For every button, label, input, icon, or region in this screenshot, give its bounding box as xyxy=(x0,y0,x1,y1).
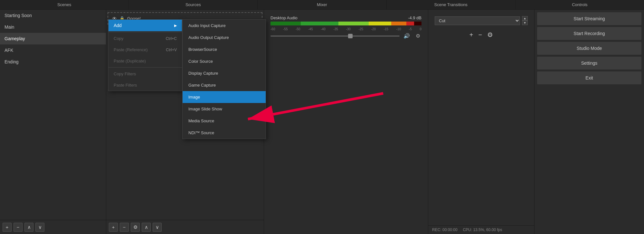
context-menu-paste-filters[interactable]: Paste Filters xyxy=(109,80,182,91)
transition-select-row: Cut ▲ ▼ xyxy=(431,12,532,29)
mixer-panel: Desktop Audio -4.9 dB xyxy=(264,10,428,234)
fader-track[interactable] xyxy=(270,35,400,37)
transition-up-arrow[interactable]: ▲ xyxy=(522,16,528,21)
remove-source-button[interactable]: − xyxy=(120,223,129,232)
scene-item-ending[interactable]: Ending xyxy=(0,56,106,68)
sources-header: Sources xyxy=(129,0,258,9)
start-recording-button[interactable]: Start Recording xyxy=(537,27,641,40)
start-streaming-button[interactable]: Start Streaming xyxy=(537,12,641,25)
settings-button[interactable]: Settings xyxy=(537,57,641,70)
add-scene-button[interactable]: + xyxy=(3,223,12,232)
context-menu-copy[interactable]: Copy Ctrl+C xyxy=(109,33,182,44)
fader-thumb[interactable] xyxy=(348,34,353,38)
source-media[interactable]: Media Source xyxy=(183,115,266,127)
transitions-panel: Cut ▲ ▼ + − ⚙ REC: 00:00:00 CPU: 13.5%, … xyxy=(428,10,535,234)
cpu-status: CPU: 13.5%, 60.00 fps xyxy=(463,228,502,232)
track-label: Desktop Audio xyxy=(270,15,298,20)
context-menu-sep1 xyxy=(109,32,182,32)
source-game-capture[interactable]: Game Capture xyxy=(183,79,266,91)
transition-arrows: ▲ ▼ xyxy=(522,16,528,25)
remove-scene-button[interactable]: − xyxy=(14,223,23,232)
db-value: -4.9 dB xyxy=(408,15,421,20)
fader-row: 🔊 ⚙ xyxy=(270,32,421,40)
mixer-icons: 🔊 ⚙ xyxy=(402,32,421,40)
transition-select[interactable]: Cut xyxy=(435,16,520,25)
mixer-header: Mixer xyxy=(258,0,386,9)
sources-toolbar: + − ⚙ ∧ ∨ xyxy=(106,220,264,234)
add-transition-button[interactable]: + xyxy=(469,31,473,39)
scenes-header: Scenes xyxy=(0,0,129,9)
source-browser[interactable]: BrowserSource xyxy=(183,43,266,55)
transition-down-arrow[interactable]: ▼ xyxy=(522,21,528,25)
remove-transition-button[interactable]: − xyxy=(478,31,482,39)
exit-button[interactable]: Exit xyxy=(537,71,641,84)
main-row: Starting Soon Main Gameplay AFK Ending +… xyxy=(0,10,644,234)
context-menu-paste-dup[interactable]: Paste (Duplicate) xyxy=(109,55,182,67)
mixer-track-header: Desktop Audio -4.9 dB xyxy=(270,15,421,20)
audio-settings-button[interactable]: ⚙ xyxy=(414,32,421,40)
move-scene-up-button[interactable]: ∧ xyxy=(24,223,33,232)
context-menu-copy-filters[interactable]: Copy Filters xyxy=(109,68,182,80)
move-source-down-button[interactable]: ∨ xyxy=(153,223,162,232)
mute-button[interactable]: 🔊 xyxy=(402,32,411,40)
context-menu-paste-ref[interactable]: Paste (Reference) Ctrl+V xyxy=(109,44,182,55)
controls-header: Controls xyxy=(516,0,644,9)
add-source-button[interactable]: + xyxy=(109,223,118,232)
source-display-capture[interactable]: Display Capture xyxy=(183,67,266,79)
rec-status: REC: 00:00:00 xyxy=(432,228,458,232)
scenes-toolbar: + − ∧ ∨ xyxy=(0,220,106,234)
context-menu-sep2 xyxy=(109,67,182,68)
add-sources-submenu: Audio Input Capture Audio Output Capture… xyxy=(182,19,266,139)
submenu-arrow-icon: ▶ xyxy=(174,23,177,28)
controls-panel: Start Streaming Start Recording Studio M… xyxy=(535,10,644,234)
level-bar xyxy=(270,22,421,25)
source-settings-button[interactable]: ⚙ xyxy=(131,223,140,232)
scenes-panel: Starting Soon Main Gameplay AFK Ending +… xyxy=(0,10,106,234)
scene-item-starting-soon[interactable]: Starting Soon xyxy=(0,10,106,21)
move-scene-down-button[interactable]: ∨ xyxy=(35,223,44,232)
source-ndi[interactable]: NDI™ Source xyxy=(183,127,266,139)
header-row: Scenes Sources Mixer Scene Transitions C… xyxy=(0,0,644,10)
level-meter xyxy=(270,22,421,25)
mixer-track-desktop: Desktop Audio -4.9 dB xyxy=(267,13,425,42)
scene-item-gameplay[interactable]: Gameplay xyxy=(0,33,106,44)
source-audio-input[interactable]: Audio Input Capture xyxy=(183,20,266,32)
studio-mode-button[interactable]: Studio Mode xyxy=(537,42,641,55)
transition-config-button[interactable]: ⚙ xyxy=(487,31,493,39)
source-image-slideshow[interactable]: Image Slide Show xyxy=(183,103,266,115)
transition-buttons-row: + − ⚙ xyxy=(431,29,532,41)
source-color[interactable]: Color Source xyxy=(183,55,266,67)
source-image[interactable]: Image xyxy=(183,91,266,103)
scene-item-main[interactable]: Main xyxy=(0,21,106,33)
source-audio-output[interactable]: Audio Output Capture xyxy=(183,32,266,43)
transitions-header: Scene Transitions xyxy=(387,0,516,9)
context-menu: Add ▶ Copy Ctrl+C Paste (Reference) Ctrl… xyxy=(108,19,182,91)
scene-item-afk[interactable]: AFK xyxy=(0,44,106,56)
move-source-up-button[interactable]: ∧ xyxy=(142,223,151,232)
context-menu-add[interactable]: Add ▶ xyxy=(109,20,182,31)
